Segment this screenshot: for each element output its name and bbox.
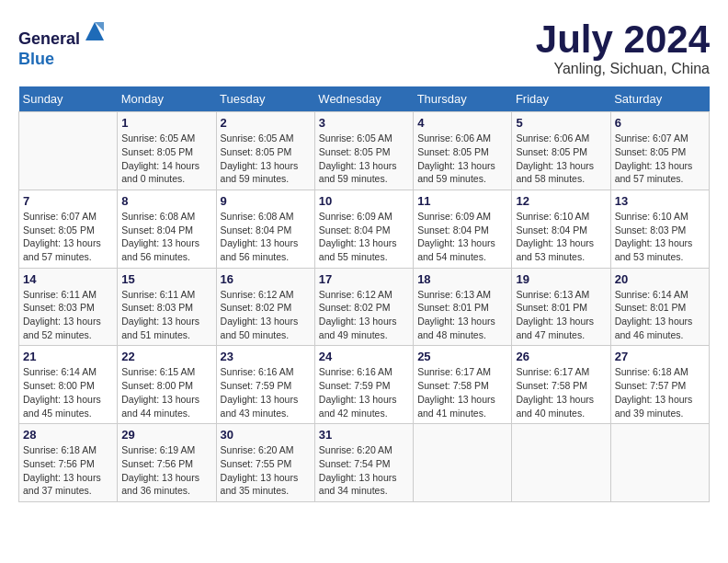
- day-info: Sunrise: 6:11 AM Sunset: 8:03 PM Dayligh…: [23, 288, 113, 342]
- day-number: 13: [615, 194, 705, 208]
- day-number: 15: [121, 272, 211, 286]
- calendar-cell: 5Sunrise: 6:06 AM Sunset: 8:05 PM Daylig…: [512, 112, 610, 190]
- day-info: Sunrise: 6:20 AM Sunset: 7:55 PM Dayligh…: [221, 443, 311, 498]
- calendar-cell: 27Sunrise: 6:18 AM Sunset: 7:57 PM Dayli…: [610, 346, 709, 424]
- calendar-cell: 26Sunrise: 6:17 AM Sunset: 7:58 PM Dayli…: [512, 346, 610, 424]
- calendar-cell: [414, 424, 512, 502]
- calendar-cell: 11Sunrise: 6:09 AM Sunset: 8:04 PM Dayli…: [414, 190, 512, 268]
- calendar-cell: 29Sunrise: 6:19 AM Sunset: 7:56 PM Dayli…: [118, 424, 216, 502]
- calendar-cell: 4Sunrise: 6:06 AM Sunset: 8:05 PM Daylig…: [414, 112, 512, 190]
- day-number: 10: [319, 194, 409, 208]
- calendar-cell: 17Sunrise: 6:12 AM Sunset: 8:02 PM Dayli…: [314, 268, 413, 346]
- calendar-cell: 13Sunrise: 6:10 AM Sunset: 8:03 PM Dayli…: [610, 190, 709, 268]
- day-number: 23: [221, 350, 311, 363]
- calendar-week-row: 28Sunrise: 6:18 AM Sunset: 7:56 PM Dayli…: [19, 424, 710, 502]
- calendar-cell: 12Sunrise: 6:10 AM Sunset: 8:04 PM Dayli…: [512, 190, 610, 268]
- day-number: 24: [319, 350, 409, 363]
- day-number: 7: [23, 194, 113, 208]
- logo-general: General: [18, 29, 80, 48]
- day-info: Sunrise: 6:06 AM Sunset: 8:05 PM Dayligh…: [417, 132, 507, 186]
- calendar-cell: 14Sunrise: 6:11 AM Sunset: 8:03 PM Dayli…: [19, 268, 118, 346]
- day-info: Sunrise: 6:11 AM Sunset: 8:03 PM Dayligh…: [121, 288, 211, 342]
- day-number: 31: [319, 428, 409, 442]
- day-number: 30: [221, 428, 311, 442]
- calendar-cell: 21Sunrise: 6:14 AM Sunset: 8:00 PM Dayli…: [19, 346, 118, 424]
- calendar-cell: [19, 112, 118, 190]
- day-info: Sunrise: 6:18 AM Sunset: 7:56 PM Dayligh…: [23, 443, 113, 498]
- day-info: Sunrise: 6:07 AM Sunset: 8:05 PM Dayligh…: [615, 132, 705, 186]
- day-number: 1: [121, 116, 211, 130]
- calendar-cell: 6Sunrise: 6:07 AM Sunset: 8:05 PM Daylig…: [610, 112, 709, 190]
- day-info: Sunrise: 6:05 AM Sunset: 8:05 PM Dayligh…: [121, 132, 211, 186]
- weekday-header-row: SundayMondayTuesdayWednesdayThursdayFrid…: [19, 86, 710, 112]
- day-info: Sunrise: 6:16 AM Sunset: 7:59 PM Dayligh…: [221, 365, 311, 419]
- day-number: 14: [23, 272, 113, 286]
- day-number: 28: [23, 428, 113, 442]
- calendar-week-row: 7Sunrise: 6:07 AM Sunset: 8:05 PM Daylig…: [19, 190, 710, 268]
- day-number: 9: [221, 194, 311, 208]
- day-info: Sunrise: 6:07 AM Sunset: 8:05 PM Dayligh…: [23, 210, 113, 264]
- page-header: General Blue July 2024 Yanling, Sichuan,…: [18, 18, 710, 77]
- day-number: 4: [417, 116, 507, 130]
- title-block: July 2024 Yanling, Sichuan, China: [536, 18, 710, 77]
- calendar-cell: 8Sunrise: 6:08 AM Sunset: 8:04 PM Daylig…: [118, 190, 216, 268]
- day-info: Sunrise: 6:05 AM Sunset: 8:05 PM Dayligh…: [221, 132, 311, 186]
- day-number: 26: [516, 350, 606, 363]
- calendar-week-row: 14Sunrise: 6:11 AM Sunset: 8:03 PM Dayli…: [19, 268, 710, 346]
- day-info: Sunrise: 6:15 AM Sunset: 8:00 PM Dayligh…: [121, 365, 211, 419]
- day-number: 6: [615, 116, 705, 130]
- calendar-cell: 16Sunrise: 6:12 AM Sunset: 8:02 PM Dayli…: [216, 268, 314, 346]
- calendar-cell: 10Sunrise: 6:09 AM Sunset: 8:04 PM Dayli…: [314, 190, 413, 268]
- weekday-header-tuesday: Tuesday: [216, 86, 314, 112]
- day-number: 25: [417, 350, 507, 363]
- calendar-cell: 7Sunrise: 6:07 AM Sunset: 8:05 PM Daylig…: [19, 190, 118, 268]
- day-info: Sunrise: 6:08 AM Sunset: 8:04 PM Dayligh…: [221, 210, 311, 264]
- day-number: 12: [516, 194, 606, 208]
- calendar-cell: 23Sunrise: 6:16 AM Sunset: 7:59 PM Dayli…: [216, 346, 314, 424]
- calendar-cell: 15Sunrise: 6:11 AM Sunset: 8:03 PM Dayli…: [118, 268, 216, 346]
- day-info: Sunrise: 6:09 AM Sunset: 8:04 PM Dayligh…: [417, 210, 507, 264]
- day-info: Sunrise: 6:12 AM Sunset: 8:02 PM Dayligh…: [319, 288, 409, 342]
- day-number: 11: [417, 194, 507, 208]
- day-info: Sunrise: 6:09 AM Sunset: 8:04 PM Dayligh…: [319, 210, 409, 264]
- day-info: Sunrise: 6:13 AM Sunset: 8:01 PM Dayligh…: [516, 288, 606, 342]
- day-info: Sunrise: 6:10 AM Sunset: 8:03 PM Dayligh…: [615, 210, 705, 264]
- calendar-cell: 20Sunrise: 6:14 AM Sunset: 8:01 PM Dayli…: [610, 268, 709, 346]
- day-number: 8: [121, 194, 211, 208]
- day-number: 16: [221, 272, 311, 286]
- weekday-header-saturday: Saturday: [610, 86, 709, 112]
- calendar-week-row: 1Sunrise: 6:05 AM Sunset: 8:05 PM Daylig…: [19, 112, 710, 190]
- logo-blue: Blue: [18, 50, 54, 68]
- calendar-cell: [610, 424, 709, 502]
- day-info: Sunrise: 6:16 AM Sunset: 7:59 PM Dayligh…: [319, 365, 409, 419]
- calendar-cell: 25Sunrise: 6:17 AM Sunset: 7:58 PM Dayli…: [414, 346, 512, 424]
- day-number: 22: [121, 350, 211, 363]
- weekday-header-monday: Monday: [118, 86, 216, 112]
- logo-icon: [82, 18, 108, 44]
- location: Yanling, Sichuan, China: [536, 61, 710, 77]
- weekday-header-sunday: Sunday: [19, 86, 118, 112]
- calendar-cell: 9Sunrise: 6:08 AM Sunset: 8:04 PM Daylig…: [216, 190, 314, 268]
- day-number: 2: [221, 116, 311, 130]
- weekday-header-wednesday: Wednesday: [314, 86, 413, 112]
- calendar-cell: 18Sunrise: 6:13 AM Sunset: 8:01 PM Dayli…: [414, 268, 512, 346]
- day-info: Sunrise: 6:05 AM Sunset: 8:05 PM Dayligh…: [319, 132, 409, 186]
- day-info: Sunrise: 6:17 AM Sunset: 7:58 PM Dayligh…: [417, 365, 507, 419]
- day-number: 17: [319, 272, 409, 286]
- day-number: 18: [417, 272, 507, 286]
- day-number: 19: [516, 272, 606, 286]
- day-number: 3: [319, 116, 409, 130]
- day-info: Sunrise: 6:14 AM Sunset: 8:00 PM Dayligh…: [23, 365, 113, 419]
- day-info: Sunrise: 6:10 AM Sunset: 8:04 PM Dayligh…: [516, 210, 606, 264]
- day-info: Sunrise: 6:12 AM Sunset: 8:02 PM Dayligh…: [221, 288, 311, 342]
- day-info: Sunrise: 6:20 AM Sunset: 7:54 PM Dayligh…: [319, 443, 409, 498]
- calendar-cell: 3Sunrise: 6:05 AM Sunset: 8:05 PM Daylig…: [314, 112, 413, 190]
- day-info: Sunrise: 6:08 AM Sunset: 8:04 PM Dayligh…: [121, 210, 211, 264]
- calendar-cell: 22Sunrise: 6:15 AM Sunset: 8:00 PM Dayli…: [118, 346, 216, 424]
- calendar-cell: 24Sunrise: 6:16 AM Sunset: 7:59 PM Dayli…: [314, 346, 413, 424]
- calendar-cell: 2Sunrise: 6:05 AM Sunset: 8:05 PM Daylig…: [216, 112, 314, 190]
- day-number: 21: [23, 350, 113, 363]
- day-number: 27: [615, 350, 705, 363]
- day-number: 29: [121, 428, 211, 442]
- calendar-cell: 19Sunrise: 6:13 AM Sunset: 8:01 PM Dayli…: [512, 268, 610, 346]
